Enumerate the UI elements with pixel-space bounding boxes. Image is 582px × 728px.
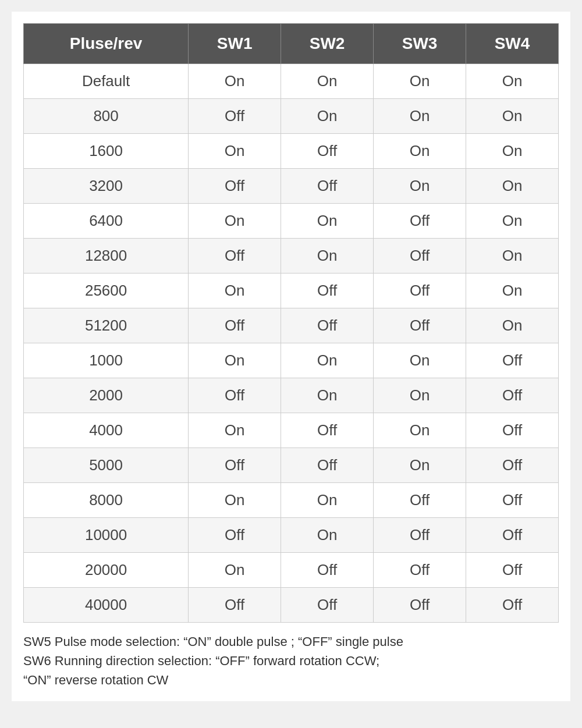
table-row: 10000OffOnOffOff [24,518,559,553]
cell-5-sw4: On [466,239,559,274]
table-row: DefaultOnOnOnOn [24,64,559,99]
cell-5-sw1: Off [189,239,281,274]
cell-7-pulse: 51200 [24,308,189,343]
cell-10-sw1: On [189,413,281,448]
cell-6-sw4: On [466,274,559,308]
cell-2-sw4: On [466,134,559,169]
cell-13-sw2: On [281,518,374,553]
table-row: 8000OnOnOffOff [24,483,559,518]
cell-3-sw3: On [374,169,466,204]
cell-15-sw3: Off [374,588,466,623]
cell-8-sw4: Off [466,343,559,378]
cell-7-sw3: Off [374,308,466,343]
cell-14-sw3: Off [374,553,466,588]
cell-10-pulse: 4000 [24,413,189,448]
table-row: 51200OffOffOffOn [24,308,559,343]
cell-1-pulse: 800 [24,99,189,134]
cell-9-sw4: Off [466,378,559,413]
cell-3-sw4: On [466,169,559,204]
cell-11-sw2: Off [281,448,374,483]
cell-15-sw4: Off [466,588,559,623]
cell-1-sw4: On [466,99,559,134]
cell-0-pulse: Default [24,64,189,99]
cell-7-sw2: Off [281,308,374,343]
cell-4-sw3: Off [374,204,466,239]
cell-11-sw4: Off [466,448,559,483]
cell-10-sw4: Off [466,413,559,448]
cell-9-sw1: Off [189,378,281,413]
cell-5-pulse: 12800 [24,239,189,274]
table-row: 40000OffOffOffOff [24,588,559,623]
cell-0-sw1: On [189,64,281,99]
cell-14-sw1: On [189,553,281,588]
cell-13-sw4: Off [466,518,559,553]
cell-6-pulse: 25600 [24,274,189,308]
cell-3-sw2: Off [281,169,374,204]
cell-2-pulse: 1600 [24,134,189,169]
cell-4-sw1: On [189,204,281,239]
cell-2-sw2: Off [281,134,374,169]
cell-4-sw2: On [281,204,374,239]
table-row: 20000OnOffOffOff [24,553,559,588]
cell-14-pulse: 20000 [24,553,189,588]
cell-4-pulse: 6400 [24,204,189,239]
cell-10-sw3: On [374,413,466,448]
cell-8-sw1: On [189,343,281,378]
cell-8-sw2: On [281,343,374,378]
table-row: 3200OffOffOnOn [24,169,559,204]
footer-line1: SW5 Pulse mode selection: “ON” double pu… [23,632,559,651]
table-row: 6400OnOnOffOn [24,204,559,239]
cell-4-sw4: On [466,204,559,239]
header-sw3: SW3 [374,24,466,64]
header-pulse: Pluse/rev [24,24,189,64]
cell-12-sw3: Off [374,483,466,518]
table-row: 5000OffOffOnOff [24,448,559,483]
cell-9-sw2: On [281,378,374,413]
cell-0-sw4: On [466,64,559,99]
cell-13-sw1: Off [189,518,281,553]
cell-13-sw3: Off [374,518,466,553]
cell-2-sw1: On [189,134,281,169]
footer-text: SW5 Pulse mode selection: “ON” double pu… [23,632,559,690]
cell-9-sw3: On [374,378,466,413]
cell-8-pulse: 1000 [24,343,189,378]
cell-11-pulse: 5000 [24,448,189,483]
table-row: 12800OffOnOffOn [24,239,559,274]
header-sw2: SW2 [281,24,374,64]
table-header-row: Pluse/rev SW1 SW2 SW3 SW4 [24,24,559,64]
cell-12-pulse: 8000 [24,483,189,518]
cell-14-sw4: Off [466,553,559,588]
cell-9-pulse: 2000 [24,378,189,413]
cell-15-pulse: 40000 [24,588,189,623]
cell-11-sw3: On [374,448,466,483]
cell-8-sw3: On [374,343,466,378]
page-container: Pluse/rev SW1 SW2 SW3 SW4 DefaultOnOnOnO… [12,12,570,701]
cell-2-sw3: On [374,134,466,169]
cell-12-sw4: Off [466,483,559,518]
cell-13-pulse: 10000 [24,518,189,553]
cell-5-sw3: Off [374,239,466,274]
cell-1-sw1: Off [189,99,281,134]
table-row: 2000OffOnOnOff [24,378,559,413]
cell-6-sw3: Off [374,274,466,308]
cell-6-sw2: Off [281,274,374,308]
cell-10-sw2: Off [281,413,374,448]
cell-0-sw3: On [374,64,466,99]
header-sw4: SW4 [466,24,559,64]
cell-1-sw3: On [374,99,466,134]
cell-14-sw2: Off [281,553,374,588]
cell-0-sw2: On [281,64,374,99]
cell-15-sw1: Off [189,588,281,623]
cell-12-sw2: On [281,483,374,518]
footer-line3: “ON” reverse rotation CW [23,670,559,690]
footer-line2: SW6 Running direction selection: “OFF” f… [23,651,559,670]
table-row: 1600OnOffOnOn [24,134,559,169]
table-row: 4000OnOffOnOff [24,413,559,448]
cell-3-pulse: 3200 [24,169,189,204]
header-sw1: SW1 [189,24,281,64]
cell-12-sw1: On [189,483,281,518]
cell-7-sw4: On [466,308,559,343]
cell-11-sw1: Off [189,448,281,483]
table-row: 800OffOnOnOn [24,99,559,134]
cell-15-sw2: Off [281,588,374,623]
